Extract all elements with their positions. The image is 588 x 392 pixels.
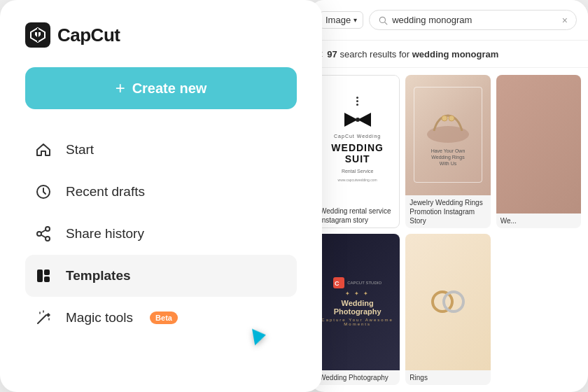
image-filter-dropdown[interactable]: Image ▾ <box>319 11 363 29</box>
cursor-pointer <box>252 327 267 346</box>
jewelry-frame: Have Your OwnWedding RingsWith Us <box>414 87 482 183</box>
search-results-header: ‹ 97 search results for wedding monogram <box>308 41 588 68</box>
home-icon <box>34 140 53 160</box>
magic-icon <box>34 308 53 328</box>
svg-point-17 <box>356 118 360 122</box>
results-count: 97 <box>327 49 337 59</box>
results-query: wedding monogram <box>412 49 499 59</box>
left-panel: CapCut + Create new Start Recent dra <box>0 0 322 392</box>
svg-rect-9 <box>44 270 50 275</box>
svg-line-6 <box>41 235 46 238</box>
templates-icon <box>34 266 53 286</box>
svg-point-4 <box>37 232 41 236</box>
card-caption-partial: We... <box>496 214 581 228</box>
nav-items: Start Recent drafts <box>25 129 297 339</box>
search-input[interactable] <box>392 15 558 25</box>
sidebar-item-magic-tools-label: Magic tools <box>66 310 133 326</box>
svg-point-19 <box>442 115 447 121</box>
sidebar-item-recent-drafts-label: Recent drafts <box>66 184 145 200</box>
logo-area: CapCut <box>25 22 297 48</box>
dropdown-arrow-icon: ▾ <box>354 16 357 24</box>
svg-rect-8 <box>37 270 43 282</box>
sidebar-item-templates[interactable]: Templates <box>25 255 297 297</box>
app-title: CapCut <box>57 24 120 46</box>
svg-text:C: C <box>335 280 340 287</box>
capcut-logo-icon <box>25 22 50 48</box>
image-card-jewelry[interactable]: Have Your OwnWedding RingsWith Us Jewelr… <box>405 75 490 228</box>
rings-svg-icon <box>427 284 469 319</box>
suit-decoration <box>356 97 358 106</box>
sidebar-item-share-history[interactable]: Share history <box>25 213 297 255</box>
bow-tie-icon <box>340 110 375 130</box>
svg-point-3 <box>46 227 50 231</box>
wedding-suit-preview: CapCut Wedding WEDDING SUIT Rental Servi… <box>316 76 399 204</box>
card-caption-wedding-photo: Wedding Photography <box>315 370 400 385</box>
card-caption-wedding-suit: Wedding rental service Instagram story <box>316 204 399 227</box>
wedding-photo-title: WeddingPhotography <box>334 299 382 316</box>
search-icon <box>378 15 388 25</box>
clear-search-button[interactable]: × <box>562 15 568 25</box>
sidebar-item-start-label: Start <box>66 142 94 158</box>
share-icon <box>34 224 53 244</box>
wedding-photo-subtitle: ✦ ✦ ✦ <box>345 290 370 297</box>
image-filter-label: Image <box>326 15 351 25</box>
wedding-photo-preview: C CAPCUT STUDIO ✦ ✦ ✦ WeddingPhotography… <box>315 234 400 371</box>
rings-preview <box>405 234 490 371</box>
search-input-wrapper: × <box>369 10 577 30</box>
sidebar-item-templates-label: Templates <box>66 268 131 284</box>
svg-point-5 <box>46 237 50 241</box>
sidebar-item-start[interactable]: Start <box>25 129 297 171</box>
svg-point-18 <box>427 126 469 143</box>
svg-line-16 <box>385 22 387 24</box>
suit-url-text: www.capcutwedding.com <box>338 178 377 182</box>
plus-icon: + <box>115 80 125 97</box>
sidebar-item-share-history-label: Share history <box>66 226 144 241</box>
sidebar-item-recent-drafts[interactable]: Recent drafts <box>25 171 297 213</box>
image-card-rings[interactable]: Rings <box>405 234 490 386</box>
suit-brand-text: CapCut Wedding <box>334 134 381 139</box>
image-card-wedding-suit[interactable]: CapCut Wedding WEDDING SUIT Rental Servi… <box>315 75 400 228</box>
svg-rect-10 <box>44 276 50 282</box>
results-label: search results for <box>340 49 412 59</box>
right-panel: Image ▾ × ‹ 97 search results for weddin… <box>308 0 588 392</box>
search-bar: Image ▾ × <box>308 0 588 41</box>
clock-icon <box>34 182 53 202</box>
results-count-text: 97 search results for wedding monogram <box>327 49 498 59</box>
image-card-wedding-photo[interactable]: C CAPCUT STUDIO ✦ ✦ ✦ WeddingPhotography… <box>315 234 400 386</box>
partial-preview <box>496 75 581 214</box>
image-card-partial[interactable]: We... <box>496 75 581 228</box>
jewelry-preview: Have Your OwnWedding RingsWith Us <box>405 75 490 195</box>
studio-logo: C CAPCUT STUDIO <box>333 277 382 288</box>
create-button-label: Create new <box>132 80 207 97</box>
wedding-photo-tagline: Capture Your Awesome Moments <box>321 318 394 326</box>
suit-title-text: WEDDING SUIT <box>324 143 391 164</box>
beta-badge: Beta <box>150 312 178 324</box>
create-new-button[interactable]: + Create new <box>25 67 297 109</box>
card-caption-jewelry: Jewelry Wedding Rings Promotion Instagra… <box>405 195 490 228</box>
svg-line-11 <box>38 315 46 323</box>
svg-point-20 <box>449 115 454 121</box>
card-caption-rings: Rings <box>405 370 490 385</box>
suit-subtitle-text: Rental Service <box>342 169 374 174</box>
jewelry-caption-text: Have Your OwnWedding RingsWith Us <box>431 148 465 167</box>
image-grid: CapCut Wedding WEDDING SUIT Rental Servi… <box>308 68 588 392</box>
hands-rings-icon <box>420 103 476 145</box>
svg-line-7 <box>41 230 46 233</box>
